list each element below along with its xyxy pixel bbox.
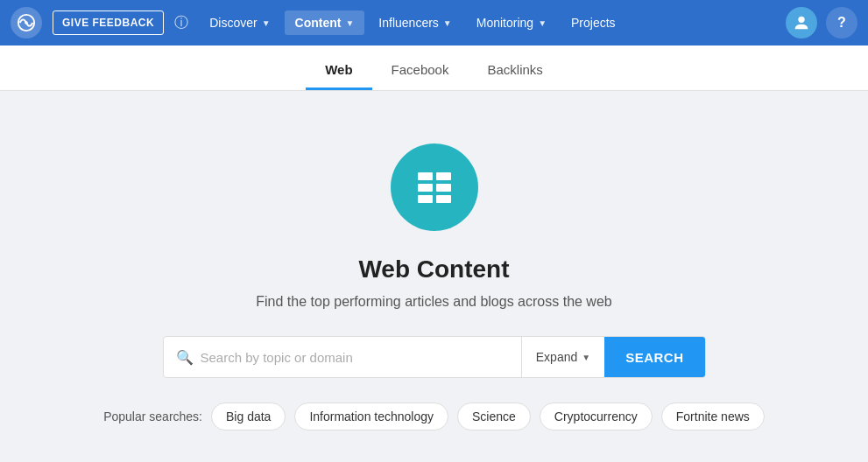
svg-point-1 bbox=[25, 21, 28, 24]
chevron-down-icon: ▼ bbox=[262, 18, 271, 28]
tabs-bar: Web Facebook Backlinks bbox=[0, 46, 868, 91]
svg-rect-6 bbox=[436, 184, 451, 192]
expand-button[interactable]: Expand ▼ bbox=[521, 337, 604, 377]
chevron-down-icon: ▼ bbox=[345, 18, 354, 28]
avatar[interactable] bbox=[786, 7, 817, 38]
popular-chip-science[interactable]: Science bbox=[457, 402, 531, 430]
popular-chip-fortnite-news[interactable]: Fortnite news bbox=[661, 402, 765, 430]
popular-chip-cryptocurrency[interactable]: Cryptocurrency bbox=[540, 402, 653, 430]
navbar: GIVE FEEDBACK ⓘ Discover ▼ Content ▼ Inf… bbox=[0, 0, 868, 46]
hero-icon bbox=[391, 144, 478, 231]
give-feedback-button[interactable]: GIVE FEEDBACK bbox=[53, 10, 164, 35]
svg-rect-8 bbox=[436, 195, 451, 203]
tab-web[interactable]: Web bbox=[306, 50, 371, 90]
search-button[interactable]: SEARCH bbox=[604, 337, 704, 377]
svg-point-2 bbox=[798, 17, 804, 23]
search-icon: 🔍 bbox=[176, 349, 194, 366]
tab-facebook[interactable]: Facebook bbox=[372, 50, 469, 90]
popular-searches: Popular searches: Big data Information t… bbox=[103, 402, 765, 430]
svg-rect-4 bbox=[436, 172, 451, 180]
nav-item-content[interactable]: Content ▼ bbox=[285, 10, 365, 35]
chevron-down-icon: ▼ bbox=[582, 353, 590, 362]
hero-subtitle: Find the top performing articles and blo… bbox=[256, 294, 611, 310]
nav-item-monitoring[interactable]: Monitoring ▼ bbox=[466, 10, 557, 35]
hero-title: Web Content bbox=[358, 256, 509, 284]
nav-item-projects[interactable]: Projects bbox=[561, 10, 626, 35]
main-content: Web Content Find the top performing arti… bbox=[0, 91, 868, 462]
tab-backlinks[interactable]: Backlinks bbox=[468, 50, 561, 90]
popular-chip-information-technology[interactable]: Information technology bbox=[294, 402, 448, 430]
search-input[interactable] bbox=[201, 350, 521, 365]
nav-item-discover[interactable]: Discover ▼ bbox=[199, 10, 280, 35]
popular-label: Popular searches: bbox=[103, 410, 202, 424]
chevron-down-icon: ▼ bbox=[443, 18, 452, 28]
logo[interactable] bbox=[11, 7, 42, 38]
svg-rect-7 bbox=[418, 195, 433, 203]
popular-chip-big-data[interactable]: Big data bbox=[211, 402, 286, 430]
info-icon[interactable]: ⓘ bbox=[167, 14, 195, 32]
help-button[interactable]: ? bbox=[826, 7, 857, 38]
nav-item-influencers[interactable]: Influencers ▼ bbox=[368, 10, 462, 35]
search-container: 🔍 Expand ▼ SEARCH bbox=[163, 336, 706, 378]
svg-rect-5 bbox=[418, 184, 433, 192]
svg-rect-3 bbox=[418, 172, 433, 180]
chevron-down-icon: ▼ bbox=[538, 18, 547, 28]
